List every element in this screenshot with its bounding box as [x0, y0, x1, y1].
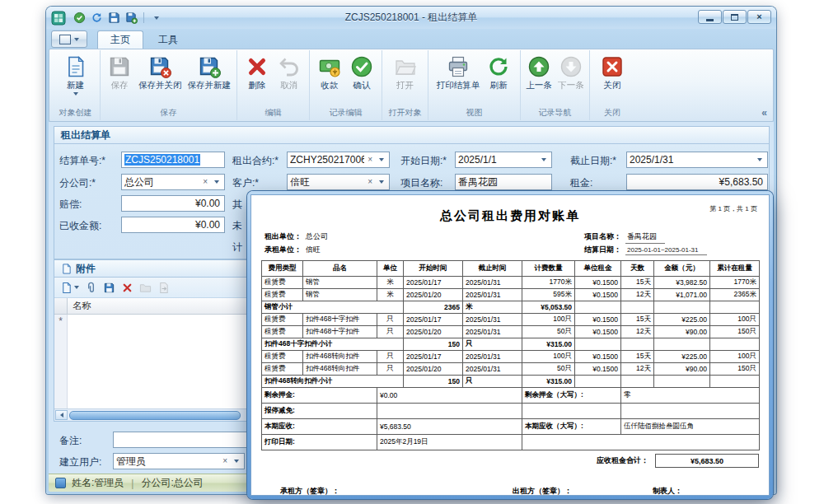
- attachment-delete-button[interactable]: [121, 280, 133, 295]
- qat-save-button[interactable]: [106, 11, 121, 26]
- tab-tools[interactable]: 工具: [145, 30, 191, 49]
- attachment-open-button[interactable]: [139, 280, 152, 295]
- print-settlement-button[interactable]: 打印结算单: [434, 52, 483, 92]
- col-header: 开始时间: [404, 261, 463, 277]
- contract-label: 租出合约:*: [232, 154, 279, 168]
- created-by-combobox[interactable]: 管理员 ×: [113, 453, 245, 469]
- attachment-new-button[interactable]: [60, 280, 79, 295]
- table-row: 租赁费扣件468十字扣件只2025/01/202025/01/3150只¥0.1…: [262, 326, 760, 338]
- chevron-down-icon[interactable]: [231, 460, 241, 463]
- collect-payment-button[interactable]: 收款: [314, 52, 345, 92]
- customer-combobox[interactable]: 倍旺 ×: [287, 174, 390, 190]
- maximize-button[interactable]: [723, 10, 747, 24]
- lessor-sign-label: 出租方（签章）：: [513, 486, 572, 496]
- start-date-value: 2025/1/1: [458, 154, 538, 166]
- cell: 租赁费: [262, 277, 303, 289]
- col-header: 计费数量: [522, 261, 575, 277]
- cell: 2025/01/17: [404, 277, 463, 289]
- titlebar[interactable]: ZCJS250218001 - 租出结算单 ×: [46, 7, 776, 29]
- close-window-button[interactable]: ×: [747, 10, 771, 24]
- compensation-input[interactable]: ¥0.00: [121, 195, 225, 212]
- deposit-value: ¥0.00: [377, 388, 522, 404]
- start-date-picker[interactable]: 2025/1/1: [455, 152, 552, 168]
- collect-payment-button-label: 收款: [321, 80, 339, 91]
- period-label: 结算日期：: [584, 245, 621, 255]
- minimize-button[interactable]: [698, 10, 722, 24]
- contract-combobox[interactable]: ZCHY250217006 ×: [287, 152, 390, 168]
- ribbon-group-save: 保存 保存并关闭 保存并新建 保存: [101, 50, 237, 120]
- rent-input[interactable]: ¥5,683.50: [626, 174, 768, 190]
- end-date-value: 2025/1/31: [630, 154, 754, 166]
- save-and-new-button[interactable]: 保存并新建: [185, 52, 234, 92]
- ribbon-collapse-button[interactable]: «: [761, 107, 767, 119]
- cell: 米: [377, 277, 404, 289]
- tab-home[interactable]: 主页: [97, 30, 143, 49]
- cell: 2025/01/20: [404, 363, 463, 376]
- clipped-label-other: 其: [232, 198, 242, 212]
- qat-customize-button[interactable]: [149, 11, 164, 26]
- clear-icon[interactable]: ×: [364, 156, 376, 164]
- branch-combobox[interactable]: 总公司 ×: [121, 174, 225, 190]
- clear-icon[interactable]: ×: [199, 178, 211, 186]
- cell: 15天: [621, 277, 654, 289]
- scroll-left-button[interactable]: [55, 410, 68, 420]
- cell: ¥0.1500: [575, 363, 621, 376]
- ribbon-group-label: 关闭: [590, 107, 634, 119]
- confirm-button[interactable]: 确认: [346, 52, 377, 92]
- new-document-icon: [64, 55, 87, 78]
- print-date-value: 2025年2月19日: [377, 435, 522, 450]
- next-record-button[interactable]: 下一条: [555, 52, 587, 92]
- qat-refresh-button[interactable]: [89, 11, 104, 26]
- delete-button[interactable]: 删除: [241, 52, 273, 92]
- print-date-label: 打印日期:: [262, 435, 377, 450]
- qat-save-new-button[interactable]: [124, 11, 138, 26]
- new-button[interactable]: 新建: [60, 52, 91, 97]
- chevron-down-icon: [73, 92, 78, 96]
- report-preview-window[interactable]: 第 1 页，共 1 页 总公司租出费用对账单 租出单位： 总公司 承租单位： 倍…: [247, 191, 773, 499]
- save-and-close-button[interactable]: 保存并关闭: [136, 52, 185, 92]
- chevron-down-icon[interactable]: [376, 158, 386, 161]
- cell: 钢管: [303, 289, 377, 301]
- attachment-save-button[interactable]: [103, 280, 115, 295]
- open-button[interactable]: 打开: [390, 52, 421, 92]
- table-header-row: 费用类型 品名 单位 开始时间 截止时间 计费数量 单位租金 天数 金额（元） …: [262, 261, 760, 277]
- clear-icon[interactable]: ×: [364, 178, 376, 186]
- refresh-button[interactable]: 刷新: [483, 52, 514, 92]
- window-controls: ×: [698, 10, 771, 24]
- close-form-button[interactable]: 关闭: [597, 52, 628, 92]
- scrollbar-thumb[interactable]: [69, 411, 241, 420]
- attachment-attach-button[interactable]: [85, 280, 97, 295]
- qat-confirm-button[interactable]: [72, 11, 87, 26]
- refresh-icon: [487, 55, 510, 78]
- clipped-label-calc: 计: [232, 240, 242, 254]
- settlement-no-input[interactable]: ZCJS250218001: [121, 152, 225, 168]
- chevron-down-icon[interactable]: [754, 158, 765, 161]
- ribbon-group-edit: 删除 取消 编辑: [237, 50, 310, 120]
- application-menu-icon: [59, 35, 71, 44]
- save-button[interactable]: 保存: [104, 52, 135, 92]
- cell: 租赁费: [262, 351, 303, 363]
- received-input[interactable]: ¥0.00: [121, 217, 225, 233]
- cell: 2025/01/20: [404, 289, 463, 301]
- chevron-down-icon[interactable]: [376, 180, 386, 184]
- clear-icon[interactable]: ×: [219, 457, 231, 465]
- cell: ¥0.1500: [575, 277, 621, 289]
- subtotal-label: 钢管小计: [262, 301, 404, 314]
- lessor-label: 租出单位：: [265, 231, 302, 242]
- chevron-down-icon[interactable]: [538, 158, 549, 161]
- project-input[interactable]: 番禺花园: [455, 174, 552, 190]
- ribbon-group-label: 编辑: [237, 107, 309, 119]
- delete-icon: [246, 55, 269, 78]
- end-date-picker[interactable]: 2025/1/31: [626, 152, 768, 168]
- deposit-cn-label: 剩余押金（大写）:: [522, 388, 621, 404]
- subtotal-qty: 150: [404, 338, 463, 351]
- cancel-button[interactable]: 取消: [274, 52, 305, 92]
- chevron-down-icon[interactable]: [211, 180, 222, 184]
- col-header: 单位: [377, 261, 404, 277]
- cell: [621, 338, 654, 351]
- previous-record-button[interactable]: 上一条: [523, 52, 555, 92]
- cell: [575, 338, 621, 351]
- application-menu-button[interactable]: [51, 30, 87, 48]
- attachment-export-button[interactable]: [157, 280, 170, 295]
- open-button-label: 打开: [396, 80, 414, 91]
